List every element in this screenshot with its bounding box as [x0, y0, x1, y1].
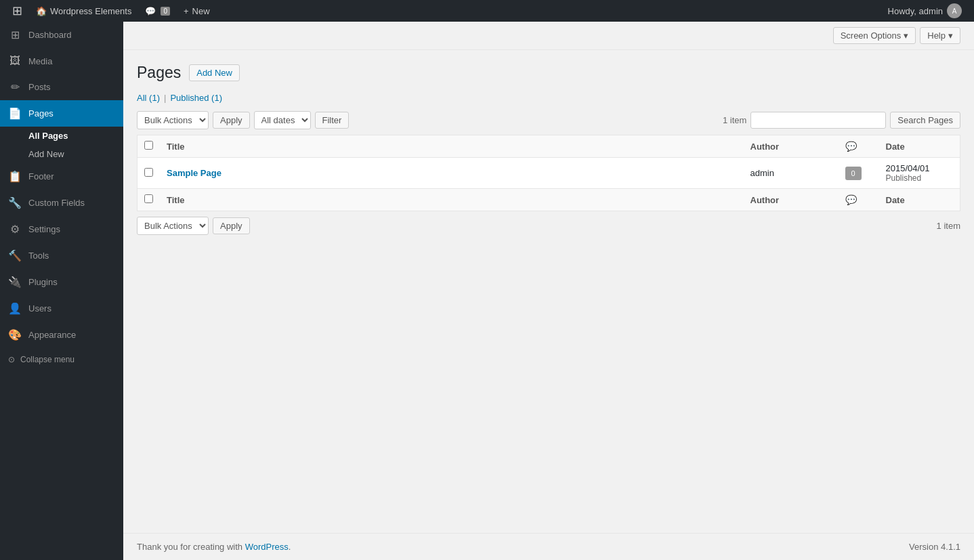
- sidebar-item-label: Users: [28, 303, 51, 314]
- main-content: Screen Options ▾ Help ▾ Pages Add New Al…: [123, 22, 974, 560]
- wordpress-link[interactable]: WordPress: [245, 542, 289, 552]
- sidebar-item-footer[interactable]: 📋 Footer: [0, 163, 123, 190]
- sidebar-item-media[interactable]: 🖼 Media: [0, 48, 123, 74]
- sidebar-item-posts[interactable]: ✏ Posts: [0, 74, 123, 100]
- comments-button[interactable]: 💬 0: [138, 0, 177, 22]
- sidebar-subitem-all-pages[interactable]: All Pages: [0, 127, 123, 145]
- sidebar-item-settings[interactable]: ⚙ Settings: [0, 216, 123, 242]
- add-new-page-button[interactable]: Add New: [189, 64, 240, 81]
- row-checkbox[interactable]: [144, 168, 153, 177]
- collapse-label: Collapse menu: [20, 355, 75, 364]
- pages-icon: 📄: [8, 107, 22, 120]
- sidebar-item-label: Posts: [28, 82, 51, 92]
- title-cell: Sample Page: [160, 158, 744, 189]
- all-pages-label: All Pages: [28, 131, 68, 141]
- comment-footer-icon: 💬: [845, 194, 857, 205]
- comments-column-header: 💬: [839, 135, 879, 158]
- select-all-checkbox[interactable]: [144, 141, 153, 150]
- pages-table: Title Author 💬 Date Sample: [137, 135, 960, 211]
- bulk-actions-bottom-select[interactable]: Bulk Actions: [137, 217, 209, 235]
- page-title: Pages: [137, 64, 181, 82]
- table-row: Sample Page admin 0 2015/04/01 Published: [137, 158, 960, 189]
- wp-logo-icon: ⊞: [12, 3, 22, 18]
- search-pages-button[interactable]: Search Pages: [890, 112, 960, 129]
- posts-icon: ✏: [8, 81, 22, 93]
- search-input[interactable]: [750, 112, 886, 129]
- tablenav-top: Bulk Actions Apply All dates Filter 1 it…: [137, 111, 960, 129]
- published-filter-label: Published: [170, 93, 209, 103]
- avatar: A: [947, 3, 962, 18]
- table-footer-row: Title Author 💬 Date: [137, 189, 960, 211]
- help-label: Help: [927, 30, 946, 41]
- row-checkbox-cell: [137, 158, 161, 189]
- apply-bottom-button[interactable]: Apply: [213, 217, 250, 234]
- sidebar-item-pages[interactable]: 📄 Pages: [0, 100, 123, 127]
- screen-options-chevron-icon: ▾: [904, 30, 908, 41]
- author-column-header: Author: [744, 135, 839, 158]
- content-header: Screen Options ▾ Help ▾: [123, 22, 974, 50]
- title-column-header: Title: [160, 135, 744, 158]
- sidebar-item-tools[interactable]: 🔨 Tools: [0, 242, 123, 269]
- screen-options-button[interactable]: Screen Options ▾: [833, 27, 916, 44]
- sidebar-item-label: Settings: [28, 224, 60, 234]
- select-all-footer-checkbox[interactable]: [144, 194, 153, 203]
- comments-cell: 0: [839, 158, 879, 189]
- select-all-header: [137, 135, 161, 158]
- help-button[interactable]: Help ▾: [920, 27, 960, 44]
- screen-options-label: Screen Options: [841, 30, 902, 41]
- sidebar-item-label: Footer: [28, 171, 54, 181]
- item-count-top: 1 item: [723, 115, 746, 125]
- filter-button[interactable]: Filter: [315, 112, 350, 129]
- all-filter-link[interactable]: All (1): [137, 93, 160, 103]
- all-filter-count: 1: [152, 93, 156, 103]
- comment-bubble[interactable]: 0: [845, 167, 862, 180]
- filter-separator: |: [164, 93, 166, 103]
- sidebar-item-label: Pages: [28, 108, 54, 119]
- tools-icon: 🔨: [8, 249, 22, 262]
- content-footer: Thank you for creating with WordPress. V…: [123, 533, 974, 560]
- page-title-wrap: Pages Add New: [137, 64, 960, 82]
- sidebar-item-label: Tools: [28, 251, 49, 261]
- comments-footer-header: 💬: [839, 189, 879, 211]
- sidebar-item-plugins[interactable]: 🔌 Plugins: [0, 269, 123, 295]
- author-cell: admin: [744, 158, 839, 189]
- new-label: New: [192, 6, 210, 16]
- wp-logo-button[interactable]: ⊞: [5, 0, 29, 22]
- sidebar-item-custom-fields[interactable]: 🔧 Custom Fields: [0, 190, 123, 216]
- select-all-footer: [137, 189, 161, 211]
- site-name-button[interactable]: 🏠 Wordpress Elements: [29, 0, 138, 22]
- footer-version: Version 4.1.1: [909, 542, 960, 552]
- sidebar-item-appearance[interactable]: 🎨 Appearance: [0, 322, 123, 348]
- bulk-actions-top-select[interactable]: Bulk Actions: [137, 111, 209, 129]
- help-chevron-icon: ▾: [948, 30, 953, 41]
- comment-header-icon: 💬: [845, 141, 857, 152]
- sidebar-item-label: Custom Fields: [28, 198, 85, 208]
- date-column-header: Date: [879, 135, 960, 158]
- sidebar-subitem-add-new[interactable]: Add New: [0, 145, 123, 163]
- title-footer-header: Title: [160, 189, 744, 211]
- dates-filter-select[interactable]: All dates: [254, 111, 311, 129]
- custom-fields-icon: 🔧: [8, 196, 22, 209]
- site-name-label: Wordpress Elements: [50, 6, 131, 16]
- comments-icon: 💬: [145, 6, 156, 16]
- tablenav-bottom: Bulk Actions Apply 1 item: [137, 217, 960, 235]
- footer-thanks-text: Thank you for creating with: [137, 542, 245, 552]
- add-new-sub-label: Add New: [28, 149, 64, 159]
- date-footer-header: Date: [879, 189, 960, 211]
- new-content-button[interactable]: + New: [177, 0, 217, 22]
- apply-top-button[interactable]: Apply: [213, 112, 250, 129]
- page-title-link[interactable]: Sample Page: [167, 168, 221, 178]
- sidebar-item-label: Plugins: [28, 277, 58, 287]
- home-icon: 🏠: [36, 6, 47, 16]
- published-filter-link[interactable]: Published (1): [170, 93, 222, 103]
- item-count-bottom: 1 item: [937, 221, 960, 231]
- collapse-menu-button[interactable]: ⊙ Collapse menu: [0, 348, 123, 371]
- sidebar-item-users[interactable]: 👤 Users: [0, 295, 123, 322]
- media-icon: 🖼: [8, 55, 22, 67]
- settings-icon: ⚙: [8, 223, 22, 236]
- user-menu-button[interactable]: Howdy, admin A: [881, 0, 969, 22]
- plus-icon: +: [184, 6, 189, 16]
- filter-links: All (1) | Published (1): [137, 93, 960, 103]
- sidebar-item-dashboard[interactable]: ⊞ Dashboard: [0, 22, 123, 48]
- all-filter-label: All: [137, 93, 146, 103]
